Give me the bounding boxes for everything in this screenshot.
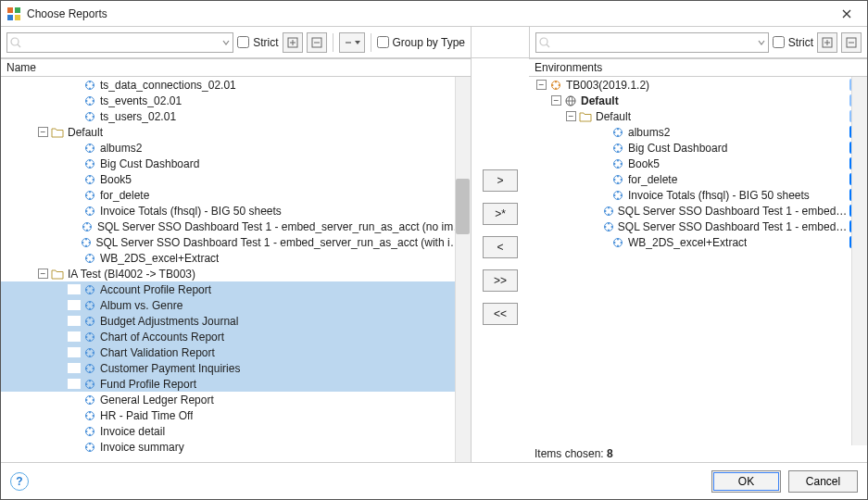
tree-row[interactable]: SQL Server SSO Dashboard Test 1 - embed_… <box>529 203 867 219</box>
svg-point-63 <box>83 226 85 228</box>
collapse-icon[interactable]: − <box>38 127 48 137</box>
collapse-icon[interactable]: − <box>38 269 48 279</box>
svg-point-40 <box>89 159 91 161</box>
left-strict-checkbox[interactable]: Strict <box>237 36 278 49</box>
group-by-type-checkbox[interactable]: Group by Type <box>377 36 466 49</box>
right-search-input[interactable] <box>535 32 769 53</box>
globe-icon <box>564 94 577 107</box>
tree-row[interactable]: HR - Paid Time Off <box>1 407 471 423</box>
tree-row[interactable]: Customer Payment Inquiries <box>1 360 471 376</box>
left-tree-viewport: ts_data_connections_02.01ts_events_02.01… <box>1 77 471 462</box>
tree-row[interactable]: Budget Adjustments Journal <box>1 313 471 329</box>
tree-row[interactable]: WB_2DS_excel+Extract <box>529 234 867 250</box>
tree-row[interactable]: Album vs. Genre <box>1 297 471 313</box>
right-tree[interactable]: −TB003(2019.1.2)−Default−Defaultalbums2B… <box>529 77 867 445</box>
left-scrollbar[interactable] <box>455 77 471 462</box>
tree-row[interactable]: albums2 <box>1 140 471 156</box>
tree-row[interactable]: General Ledger Report <box>1 392 471 407</box>
report-icon <box>83 94 96 107</box>
tree-row[interactable]: −IA Test (BI4002 -> TB003) <box>1 266 471 281</box>
collapse-icon[interactable]: − <box>566 111 576 121</box>
tree-row[interactable]: ts_data_connections_02.01 <box>1 77 471 93</box>
collapse-all-button-right[interactable] <box>841 32 862 53</box>
tree-row[interactable]: Invoice Totals (fhsql) - BIG 50 sheets <box>1 203 471 219</box>
tree-row[interactable]: −Default <box>529 93 867 108</box>
ok-button[interactable]: OK <box>711 470 781 493</box>
tree-row[interactable]: SQL Server SSO Dashboard Test 1 - embed_… <box>529 219 867 234</box>
tree-row[interactable]: for_delete <box>1 187 471 203</box>
app-icon <box>6 6 21 21</box>
chevron-down-icon[interactable] <box>758 39 765 46</box>
left-pane: Name ts_data_connections_02.01ts_events_… <box>1 58 472 462</box>
folder-icon <box>579 110 592 123</box>
svg-point-65 <box>85 238 87 240</box>
tree-row[interactable]: Book5 <box>529 156 867 171</box>
tree-row[interactable]: SQL Server SSO Dashboard Test 1 - embed_… <box>1 219 471 234</box>
left-search-input[interactable] <box>6 32 233 53</box>
main-columns: Name ts_data_connections_02.01ts_events_… <box>1 58 867 462</box>
tree-row[interactable]: for_delete <box>529 171 867 187</box>
expand-all-button[interactable] <box>283 32 303 53</box>
tree-row[interactable]: −Default <box>529 108 867 124</box>
scroll-thumb[interactable] <box>456 179 470 234</box>
left-column-header[interactable]: Name <box>1 58 471 77</box>
tree-row[interactable]: ts_events_02.01 <box>1 93 471 108</box>
row-label: ts_events_02.01 <box>100 94 182 107</box>
svg-point-171 <box>604 226 606 228</box>
row-label: albums2 <box>628 126 670 139</box>
svg-point-113 <box>86 399 88 401</box>
right-column-header[interactable]: Environments <box>529 58 867 77</box>
close-button[interactable] <box>832 4 862 24</box>
row-label: TB003(2019.1.2) <box>566 79 649 92</box>
tree-row[interactable]: Invoice Totals (fhsql) - BIG 50 sheets <box>529 187 867 203</box>
collapse-all-button[interactable] <box>307 32 327 53</box>
svg-point-163 <box>608 206 610 208</box>
tree-row[interactable]: Big Cust Dashboard <box>1 156 471 171</box>
right-strict-checkbox[interactable]: Strict <box>773 36 813 49</box>
left-tree[interactable]: ts_data_connections_02.01ts_events_02.01… <box>1 77 471 462</box>
svg-point-47 <box>89 181 91 183</box>
tree-row[interactable]: SQL Server SSO Dashboard Test 1 - embed_… <box>1 234 471 250</box>
group-by-type-label: Group by Type <box>393 36 466 49</box>
collapse-icon[interactable]: − <box>551 95 561 106</box>
svg-point-83 <box>86 305 88 306</box>
toolbar-spacer <box>472 27 529 58</box>
move-all-left-button[interactable]: << <box>483 303 518 325</box>
tree-row[interactable]: Chart of Accounts Report <box>1 329 471 344</box>
tree-row[interactable]: Chart Validation Report <box>1 344 471 360</box>
tree-row[interactable]: ts_users_02.01 <box>1 108 471 124</box>
svg-point-77 <box>89 292 91 294</box>
svg-point-111 <box>93 399 94 401</box>
svg-point-122 <box>89 433 91 435</box>
tree-row[interactable]: Book5 <box>1 171 471 187</box>
tree-row[interactable]: Big Cust Dashboard <box>529 140 867 156</box>
move-all-right-button[interactable]: >> <box>483 269 518 292</box>
svg-point-126 <box>93 446 94 448</box>
move-right-button[interactable]: > <box>483 169 518 192</box>
help-button[interactable]: ? <box>10 472 29 491</box>
svg-point-48 <box>86 179 88 181</box>
row-label: SQL Server SSO Dashboard Test 1 - embed_… <box>95 236 467 249</box>
level-collapse-button[interactable] <box>339 32 365 53</box>
cancel-button[interactable]: Cancel <box>788 470 858 493</box>
svg-point-72 <box>89 260 91 262</box>
tree-row[interactable]: Invoice detail <box>1 423 471 439</box>
svg-point-46 <box>93 179 94 181</box>
tree-row[interactable]: Account Profile Report <box>1 281 471 297</box>
right-scrollbar[interactable] <box>851 77 867 445</box>
move-left-button[interactable]: < <box>483 236 518 258</box>
tree-row[interactable]: albums2 <box>529 124 867 140</box>
report-icon <box>83 189 96 202</box>
tree-row[interactable]: Invoice summary <box>1 439 471 455</box>
tree-row[interactable]: Fund Profile Report <box>1 376 471 392</box>
chevron-down-icon[interactable] <box>222 39 230 46</box>
svg-line-13 <box>547 44 549 47</box>
collapse-icon[interactable]: − <box>536 80 547 90</box>
tree-row[interactable]: WB_2DS_excel+Extract <box>1 250 471 266</box>
svg-rect-1 <box>15 7 20 13</box>
svg-point-36 <box>93 147 94 149</box>
expand-all-button-right[interactable] <box>817 32 837 53</box>
tree-row[interactable]: −TB003(2019.1.2) <box>529 77 867 93</box>
tree-row[interactable]: −Default <box>1 124 471 140</box>
move-right-star-button[interactable]: >* <box>483 203 518 225</box>
